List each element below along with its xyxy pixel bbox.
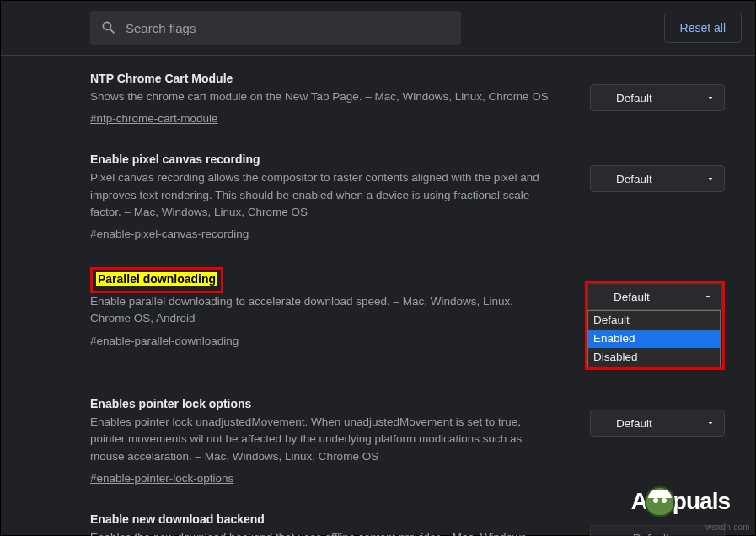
flag-anchor-link[interactable]: #enable-parallel-downloading	[90, 335, 239, 347]
reset-all-button[interactable]: Reset all	[664, 13, 742, 43]
flag-row: Enables pointer lock options Enables poi…	[90, 381, 725, 496]
highlight-box: Parallel downloading	[90, 267, 223, 293]
chevron-down-icon	[705, 93, 716, 103]
flag-title: NTP Chrome Cart Module	[90, 72, 233, 85]
flag-description: Enables the new download backend that us…	[90, 529, 556, 536]
flag-title: Enables pointer lock options	[90, 397, 251, 410]
flag-description: Enables pointer lock unadjustedMovement.…	[90, 414, 556, 465]
flag-select-value: Default	[616, 173, 652, 185]
flag-select-value: Default	[616, 417, 652, 430]
flag-anchor-link[interactable]: #ntp-chrome-cart-module	[90, 112, 218, 125]
chevron-down-icon	[705, 418, 716, 428]
flag-select-open[interactable]: Default	[587, 283, 722, 310]
watermark-text: wsxdn.com	[705, 523, 750, 532]
flag-row: Enable pixel canvas recording Pixel canv…	[90, 137, 725, 252]
flag-select-dropdown: Default Enabled Disabled	[587, 310, 721, 367]
flag-select[interactable]: Default	[590, 410, 725, 437]
search-icon	[100, 19, 117, 36]
flag-row: Enable new download backend Enables the …	[90, 496, 725, 536]
brand-text-right: puals	[673, 488, 730, 515]
flag-description: Shows the chrome cart module on the New …	[90, 88, 556, 105]
flag-anchor-link[interactable]: #enable-pixel-canvas-recording	[90, 228, 249, 240]
flag-title: Enable pixel canvas recording	[90, 153, 260, 166]
flag-anchor-link[interactable]: #enable-pointer-lock-options	[90, 472, 233, 485]
flag-title: Enable new download backend	[90, 512, 265, 526]
flag-description: Enable parallel downloading to accelerat…	[90, 293, 551, 328]
flags-list: NTP Chrome Cart Module Shows the chrome …	[1, 56, 755, 536]
flag-select[interactable]: Default	[590, 84, 725, 111]
flag-select[interactable]: Default	[590, 165, 725, 192]
mascot-icon	[645, 486, 675, 517]
dropdown-option-default[interactable]: Default	[588, 311, 720, 330]
highlight-box: Default Default Enabled Disabled	[585, 281, 725, 370]
flag-select-value: Default	[616, 92, 652, 105]
flag-title-highlighted: Parallel downloading	[96, 272, 217, 286]
flag-select-value: Default	[614, 291, 650, 303]
header: Reset all	[1, 1, 755, 55]
flag-select-value: Default	[633, 532, 669, 536]
dropdown-option-enabled[interactable]: Enabled	[588, 330, 720, 348]
flag-row-highlighted: Parallel downloading Enable parallel dow…	[90, 252, 725, 381]
brand-logo: A puals	[631, 486, 730, 517]
dropdown-option-disabled[interactable]: Disabled	[588, 348, 720, 367]
search-container[interactable]	[90, 11, 461, 45]
chevron-down-icon	[705, 174, 716, 184]
search-input[interactable]	[117, 20, 451, 36]
chevron-down-icon	[703, 292, 713, 302]
flag-row: NTP Chrome Cart Module Shows the chrome …	[90, 56, 725, 137]
flag-select[interactable]: Default	[590, 525, 725, 536]
flag-description: Pixel canvas recording allows the compos…	[90, 169, 556, 221]
